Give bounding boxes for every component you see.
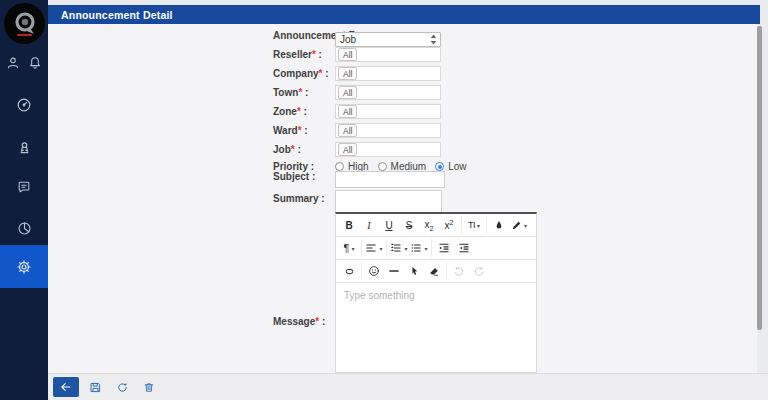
subscript-button[interactable]: x2 — [419, 216, 439, 234]
selected-tag[interactable]: All — [338, 67, 357, 80]
refresh-button[interactable] — [111, 377, 133, 397]
underline-button[interactable]: U — [379, 216, 399, 234]
announcement-for-row: Announcement For : Job — [48, 28, 757, 47]
align-button[interactable]: ▾ — [361, 239, 384, 257]
select-spinner-icon — [430, 34, 437, 45]
town-input[interactable]: All — [335, 85, 441, 100]
editor-placeholder: Type something — [344, 290, 415, 301]
link-button[interactable] — [339, 262, 359, 280]
summary-label: Summary : — [273, 193, 325, 204]
message-editor: BIUSx2x2TI▾▾¶▾▾▾▾ Type something — [335, 212, 537, 373]
ward-input[interactable]: All — [335, 123, 441, 138]
editor-toolbar: BIUSx2x2TI▾▾¶▾▾▾▾ — [336, 214, 536, 283]
editor-toolbar-row: ¶▾▾▾▾ — [336, 237, 536, 260]
content: Announcement For : Job Reseller* :AllCom… — [48, 24, 757, 373]
unordered-list-button[interactable]: ▾ — [409, 239, 429, 257]
screen: Announcement Detail Announcement For : J… — [0, 0, 768, 400]
field-label: Zone* : — [273, 106, 307, 117]
selected-tag[interactable]: All — [338, 124, 357, 137]
horizontal-rule-button[interactable] — [384, 262, 404, 280]
company-input[interactable]: All — [335, 66, 441, 81]
selected-tag[interactable]: All — [338, 86, 357, 99]
form-row: Company* :All — [48, 66, 757, 85]
sidebar-item-reports[interactable] — [0, 215, 48, 241]
strikethrough-button[interactable]: S — [399, 216, 419, 234]
editor-toolbar-row: BIUSx2x2TI▾▾ — [336, 214, 536, 237]
message-editor-body[interactable]: Type something — [336, 283, 536, 375]
paragraph-button[interactable]: ¶▾ — [339, 239, 359, 257]
outdent-button[interactable] — [454, 239, 474, 257]
selected-tag[interactable]: All — [338, 48, 357, 61]
user-icon[interactable] — [6, 55, 21, 70]
page-header: Announcement Detail — [48, 5, 760, 24]
subject-input[interactable] — [335, 171, 445, 188]
delete-button[interactable] — [138, 377, 160, 397]
redo-button — [469, 262, 489, 280]
font-size-button[interactable]: TI▾ — [461, 216, 484, 234]
footer-toolbar — [48, 373, 768, 400]
indent-button[interactable] — [431, 239, 454, 257]
selected-tag[interactable]: All — [338, 143, 357, 156]
announcement-for-value: Job — [340, 34, 356, 45]
sidebar-item-settings[interactable] — [0, 245, 48, 288]
pointer-button[interactable] — [404, 262, 424, 280]
form-row: Reseller* :All — [48, 47, 757, 66]
superscript-button[interactable]: x2 — [439, 216, 459, 234]
brand-wordmark — [17, 34, 32, 36]
editor-toolbar-row — [336, 260, 536, 283]
italic-button[interactable]: I — [359, 216, 379, 234]
page-title: Announcement Detail — [48, 9, 173, 21]
field-label: Reseller* : — [273, 49, 322, 60]
form-row: Town* :All — [48, 85, 757, 104]
zone-input[interactable]: All — [335, 104, 441, 119]
bold-button[interactable]: B — [339, 216, 359, 234]
subject-label: Subject : — [273, 171, 315, 182]
sidebar-top-icons — [0, 55, 48, 70]
selected-tag[interactable]: All — [338, 105, 357, 118]
back-arrow-button[interactable] — [53, 377, 79, 397]
sidebar-item-notes[interactable] — [0, 174, 48, 200]
brand-logo[interactable] — [4, 3, 45, 44]
emoji-button[interactable] — [361, 262, 384, 280]
form-row: Ward* :All — [48, 123, 757, 142]
message-label: Message* : — [273, 316, 325, 327]
eraser-button[interactable] — [424, 262, 444, 280]
reseller-input[interactable]: All — [335, 47, 441, 62]
announcement-for-select[interactable]: Job — [335, 32, 441, 47]
vertical-scrollbar-thumb[interactable] — [757, 26, 762, 330]
ordered-list-button[interactable]: ▾ — [386, 239, 409, 257]
sidebar-item-badge[interactable] — [0, 134, 48, 160]
field-label: Company* : — [273, 68, 329, 79]
color-droplet-button[interactable] — [486, 216, 509, 234]
undo-button — [446, 262, 469, 280]
save-button[interactable] — [84, 377, 106, 397]
bell-icon[interactable] — [28, 55, 43, 70]
sidebar — [0, 0, 48, 400]
field-label: Ward* : — [273, 125, 308, 136]
field-label: Job* : — [273, 144, 301, 155]
form-row: Zone* :All — [48, 104, 757, 123]
field-label: Town* : — [273, 87, 308, 98]
pen-button[interactable]: ▾ — [509, 216, 529, 234]
sidebar-item-dashboard[interactable] — [0, 92, 48, 118]
job-input[interactable]: All — [335, 142, 441, 157]
